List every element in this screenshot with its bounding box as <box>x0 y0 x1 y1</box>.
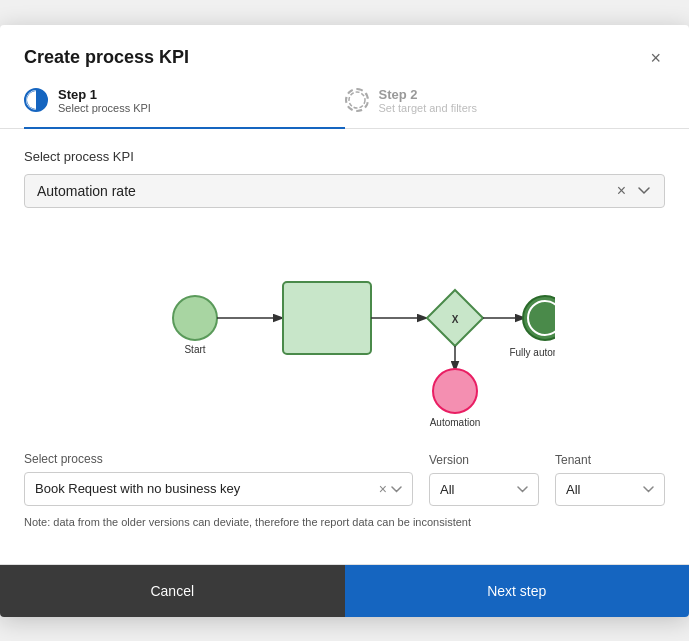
close-button[interactable]: × <box>646 45 665 71</box>
next-step-button[interactable]: Next step <box>345 565 690 617</box>
process-clear-button[interactable]: × <box>379 481 387 497</box>
step-1-number: Step 1 <box>58 87 151 102</box>
step-2-number: Step 2 <box>379 87 477 102</box>
step-2: Step 2 Set target and filters <box>345 87 666 128</box>
kpi-chevron-button[interactable] <box>636 184 652 198</box>
note-text: Note: data from the older versions can d… <box>24 516 665 528</box>
version-select-group: Version All <box>429 453 539 506</box>
end-red-node <box>433 369 477 413</box>
process-diagram: Start X Fully automated <box>135 228 555 428</box>
step-1-icon <box>24 88 48 112</box>
version-label: Version <box>429 453 539 467</box>
version-value: All <box>440 482 517 497</box>
step-1-info: Step 1 Select process KPI <box>58 87 151 114</box>
tenant-chevron-button[interactable] <box>643 483 654 495</box>
start-label: Start <box>184 344 205 355</box>
process-label: Select process <box>24 452 413 466</box>
kpi-select-actions: × <box>615 183 652 199</box>
kpi-selected-value: Automation rate <box>37 183 615 199</box>
step-1: Step 1 Select process KPI <box>24 87 345 128</box>
modal-title: Create process KPI <box>24 47 189 68</box>
modal-footer: Cancel Next step <box>0 564 689 617</box>
step-2-label: Set target and filters <box>379 102 477 114</box>
end-red-label: Automation <box>429 417 480 428</box>
step-2-icon <box>345 88 369 112</box>
end-green-label: Fully automated <box>509 347 555 358</box>
step-1-label: Select process KPI <box>58 102 151 114</box>
steps-bar: Step 1 Select process KPI Step 2 Set tar… <box>0 87 689 129</box>
process-select[interactable]: Book Request with no business key × <box>24 472 413 506</box>
version-chevron-button[interactable] <box>517 483 528 495</box>
diagram-area: Start X Fully automated <box>24 208 665 444</box>
process-value: Book Request with no business key <box>35 481 379 496</box>
tenant-value: All <box>566 482 643 497</box>
process-chevron-button[interactable] <box>391 483 402 495</box>
tenant-label: Tenant <box>555 453 665 467</box>
task-node <box>283 282 371 354</box>
start-node <box>173 296 217 340</box>
version-select[interactable]: All <box>429 473 539 506</box>
tenant-select[interactable]: All <box>555 473 665 506</box>
cancel-button[interactable]: Cancel <box>0 565 345 617</box>
process-select-group: Select process Book Request with no busi… <box>24 452 413 506</box>
modal-header: Create process KPI × <box>0 25 689 87</box>
kpi-section-label: Select process KPI <box>24 149 665 164</box>
kpi-select[interactable]: Automation rate × <box>24 174 665 208</box>
modal: Create process KPI × Step 1 Select proce… <box>0 25 689 617</box>
svg-point-1 <box>349 92 365 108</box>
process-selectors: Select process Book Request with no busi… <box>24 452 665 506</box>
kpi-clear-button[interactable]: × <box>615 183 628 199</box>
modal-body: Select process KPI Automation rate × <box>0 129 689 548</box>
step-2-info: Step 2 Set target and filters <box>379 87 477 114</box>
tenant-select-group: Tenant All <box>555 453 665 506</box>
gateway-label: X <box>451 314 458 325</box>
